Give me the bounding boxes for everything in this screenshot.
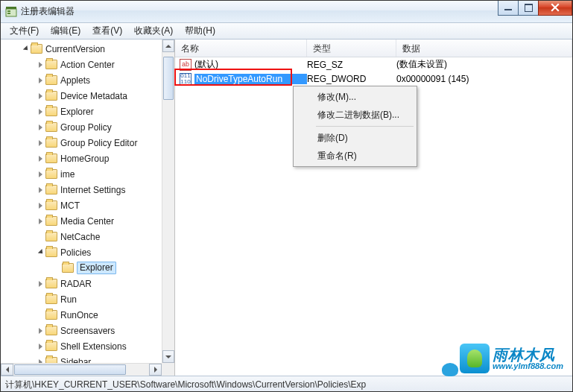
folder-icon — [45, 91, 57, 101]
leaf-icon — [467, 350, 482, 367]
node-label: Action Center — [60, 60, 115, 70]
logo-badge-icon — [460, 344, 490, 373]
tree-node-currentversion[interactable]: CurrentVersion — [1, 41, 174, 57]
scroll-thumb[interactable] — [163, 57, 174, 100]
expand-icon — [37, 296, 44, 303]
tree-node[interactable]: Action Center — [1, 57, 174, 72]
node-label: Policies — [60, 247, 91, 258]
close-button[interactable] — [538, 1, 572, 16]
folder-icon — [45, 310, 57, 320]
tree-node[interactable]: Screensavers — [1, 323, 174, 338]
bird-icon — [442, 363, 458, 376]
folder-icon — [45, 60, 57, 69]
menu-favorites[interactable]: 收藏夹(A) — [128, 22, 179, 39]
tree-node[interactable]: Media Center — [1, 213, 174, 229]
expand-icon[interactable] — [37, 124, 44, 131]
tree-node[interactable]: Explorer — [1, 104, 174, 119]
scroll-right-icon[interactable] — [149, 364, 162, 376]
folder-icon — [45, 232, 57, 241]
watermark-logo: 雨林木风 www.ylmf888.com — [460, 344, 563, 373]
window-title: 注册表编辑器 — [21, 5, 498, 18]
tree-node[interactable]: MCT — [1, 197, 174, 213]
folder-icon — [45, 326, 57, 335]
expand-icon[interactable] — [37, 92, 44, 100]
col-data[interactable]: 数据 — [396, 39, 572, 57]
tree-node[interactable]: Internet Settings — [1, 182, 174, 197]
node-label: Group Policy Editor — [60, 138, 137, 148]
menu-view[interactable]: 查看(V) — [86, 22, 128, 39]
expand-icon[interactable] — [37, 61, 44, 69]
tree-scrollbar-vertical[interactable] — [162, 39, 174, 363]
value-row-nodrivetypeautorun[interactable]: 011110 NoDriveTypeAutoRun REG_DWORD 0x00… — [175, 72, 572, 86]
expand-icon[interactable] — [37, 155, 44, 162]
tree-node[interactable]: RunOnce — [1, 307, 174, 323]
registry-tree[interactable]: CurrentVersion Action Center Applets Dev… — [1, 39, 174, 370]
maximize-button[interactable] — [518, 1, 539, 16]
expand-icon[interactable] — [37, 77, 44, 84]
tree-node[interactable]: Run — [1, 291, 174, 307]
expand-icon[interactable] — [37, 139, 44, 147]
expand-icon — [53, 265, 60, 272]
expand-icon[interactable] — [37, 108, 44, 116]
value-row-default[interactable]: ab (默认) REG_SZ (数值未设置) — [175, 57, 572, 72]
node-label: Group Policy — [60, 122, 112, 133]
tree-node-policies[interactable]: Policies — [1, 244, 174, 260]
minimize-button[interactable] — [498, 1, 519, 16]
ctx-rename[interactable]: 重命名(R) — [295, 147, 415, 165]
scroll-down-icon[interactable] — [162, 350, 174, 363]
node-label: Run — [60, 294, 77, 305]
expand-icon[interactable] — [37, 171, 44, 178]
folder-icon — [45, 169, 57, 179]
expand-icon[interactable] — [37, 218, 44, 225]
expand-icon[interactable] — [37, 280, 44, 288]
tree-node[interactable]: Group Policy Editor — [1, 135, 174, 151]
folder-icon — [45, 138, 57, 148]
folder-icon — [45, 247, 57, 257]
ctx-modify-binary[interactable]: 修改二进制数据(B)... — [295, 106, 415, 124]
menu-file[interactable]: 文件(F) — [4, 22, 45, 39]
col-type[interactable]: 类型 — [307, 39, 396, 57]
expand-icon — [37, 233, 44, 241]
list-header: 名称 类型 数据 — [175, 39, 572, 57]
value-data: 0x00000091 (145) — [396, 74, 572, 84]
folder-icon — [62, 263, 74, 273]
tree-scrollbar-horizontal[interactable] — [1, 363, 162, 376]
expand-icon[interactable] — [22, 45, 29, 53]
menu-help[interactable]: 帮助(H) — [179, 22, 221, 39]
node-label: Device Metadata — [60, 91, 127, 101]
tree-node[interactable]: Applets — [1, 72, 174, 88]
folder-icon — [45, 341, 57, 351]
col-name[interactable]: 名称 — [175, 39, 307, 57]
tree-node[interactable]: RADAR — [1, 276, 174, 291]
ctx-delete[interactable]: 删除(D) — [295, 129, 415, 147]
ctx-modify[interactable]: 修改(M)... — [295, 88, 415, 106]
tree-node-explorer-selected[interactable]: Explorer — [1, 260, 174, 276]
tree-node[interactable]: Group Policy — [1, 119, 174, 135]
node-label: Applets — [60, 75, 90, 86]
node-label: Shell Extensions — [60, 341, 127, 352]
expand-icon[interactable] — [37, 249, 44, 256]
scroll-thumb[interactable] — [14, 364, 126, 375]
expand-icon[interactable] — [37, 343, 44, 350]
menu-edit[interactable]: 编辑(E) — [45, 22, 86, 39]
folder-icon — [45, 279, 57, 288]
node-label: RunOnce — [60, 310, 98, 320]
scroll-up-icon[interactable] — [162, 39, 174, 52]
status-path: 计算机\HKEY_CURRENT_USER\Software\Microsoft… — [5, 379, 366, 390]
logo-url: www.ylmf888.com — [493, 362, 563, 370]
tree-node[interactable]: Device Metadata — [1, 88, 174, 104]
scroll-left-icon[interactable] — [1, 364, 13, 376]
node-label: ime — [60, 169, 75, 180]
expand-icon[interactable] — [37, 327, 44, 335]
tree-node[interactable]: ime — [1, 166, 174, 182]
statusbar: 计算机\HKEY_CURRENT_USER\Software\Microsoft… — [1, 376, 572, 392]
separator — [316, 126, 414, 127]
expand-icon[interactable] — [37, 186, 44, 194]
tree-node[interactable]: NetCache — [1, 229, 174, 244]
expand-icon[interactable] — [37, 202, 44, 209]
tree-node[interactable]: Shell Extensions — [1, 338, 174, 354]
string-value-icon: ab — [180, 59, 191, 71]
tree-node[interactable]: HomeGroup — [1, 151, 174, 166]
svg-rect-3 — [7, 13, 10, 14]
value-name: NoDriveTypeAutoRun — [194, 74, 307, 84]
